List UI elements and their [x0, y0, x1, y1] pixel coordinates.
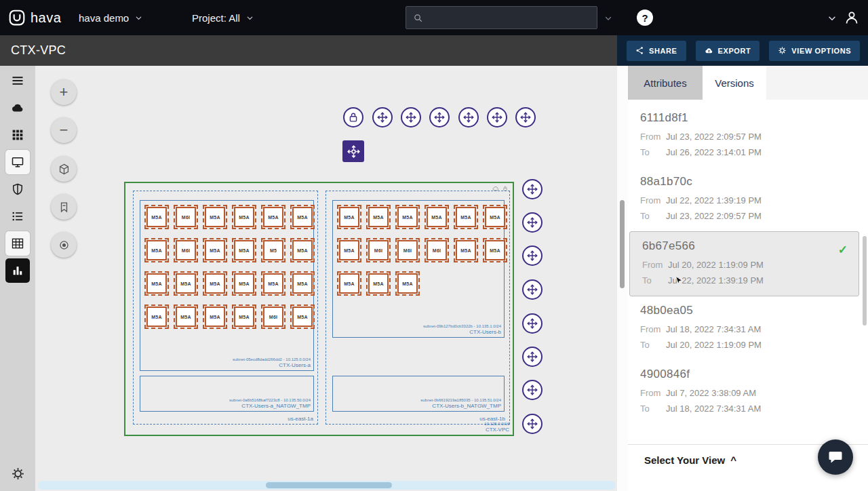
- sidebar-item-settings[interactable]: [5, 461, 30, 486]
- move-node-button[interactable]: [458, 107, 479, 127]
- instance-chip[interactable]: M5A: [292, 207, 313, 227]
- bookmark-button[interactable]: [51, 194, 77, 220]
- zoom-out-button[interactable]: −: [51, 117, 77, 143]
- instance-chip[interactable]: M5A: [456, 207, 476, 227]
- instance-chip[interactable]: M6I: [176, 240, 196, 260]
- instance-chip[interactable]: M5A: [234, 207, 254, 227]
- instance-chip[interactable]: M5A: [292, 307, 313, 327]
- instance-chip[interactable]: M5A: [292, 273, 313, 294]
- hava-logo[interactable]: hava: [8, 0, 61, 35]
- instance-chip[interactable]: M5A: [205, 273, 225, 294]
- zoom-in-button[interactable]: +: [51, 79, 77, 105]
- export-button[interactable]: EXPORT: [696, 41, 760, 61]
- subnet-ctx-users-b-natgw[interactable]: subnet-0b6619219a185035 - 10.135.51.0/24…: [332, 376, 505, 412]
- selected-resource-node[interactable]: [342, 140, 364, 162]
- diagram-canvas[interactable]: + − M5AM6IM5AM5AM5AM5AM5AM6IM5AM5AM5M5AM…: [35, 66, 617, 491]
- sidebar-item-bar-chart[interactable]: [5, 258, 30, 283]
- lock-node-button[interactable]: [343, 107, 363, 127]
- view-3d-button[interactable]: [51, 156, 77, 182]
- move-node-button[interactable]: [522, 414, 542, 434]
- instance-chip[interactable]: M6I: [176, 207, 196, 227]
- instance-chip[interactable]: M5A: [205, 207, 225, 227]
- sidebar-item-apps[interactable]: [5, 123, 30, 147]
- move-node-button[interactable]: [515, 107, 536, 127]
- instance-chip[interactable]: M5A: [234, 273, 254, 294]
- navbar-chevron-down-icon[interactable]: [827, 13, 837, 24]
- version-item[interactable]: 4900846fFromJul 7, 2022 3:38:09 AMToJul …: [628, 360, 868, 424]
- instance-chip[interactable]: M5A: [146, 273, 167, 294]
- availability-zone-a[interactable]: M5AM6IM5AM5AM5AM5AM5AM6IM5AM5AM5M5AM5AM5…: [133, 191, 318, 425]
- sidebar-item-cloud[interactable]: [5, 96, 30, 120]
- vertical-scroll-thumb[interactable]: [620, 200, 625, 288]
- instance-chip[interactable]: M5A: [146, 240, 167, 260]
- instance-chip[interactable]: M5A: [176, 273, 196, 294]
- instance-chip[interactable]: M5A: [263, 207, 283, 227]
- move-node-button[interactable]: [522, 347, 542, 367]
- canvas-vertical-scrollbar[interactable]: [617, 66, 628, 491]
- move-node-button[interactable]: [401, 107, 421, 127]
- version-item[interactable]: 6b67e566FromJul 20, 2022 1:19:09 PMToJul…: [629, 231, 859, 296]
- instance-chip[interactable]: M5A: [485, 240, 505, 260]
- move-node-button[interactable]: [522, 212, 542, 233]
- instance-chip[interactable]: M5A: [292, 240, 313, 260]
- instance-chip[interactable]: M6I: [427, 240, 447, 260]
- instance-chip[interactable]: M5A: [485, 207, 505, 227]
- instance-chip[interactable]: M5A: [339, 207, 359, 227]
- canvas-horizontal-scrollbar[interactable]: [38, 481, 616, 490]
- view-options-button[interactable]: VIEW OPTIONS: [769, 41, 860, 61]
- subnet-ctx-users-a[interactable]: M5AM6IM5AM5AM5AM5AM5AM6IM5AM5AM5M5AM5AM5…: [140, 200, 314, 371]
- move-node-button[interactable]: [487, 107, 507, 127]
- help-button[interactable]: ?: [637, 9, 653, 26]
- subnet-ctx-users-b[interactable]: M5AM5AM5AM5AM5AM5AM5AM6IM6IM6IM5AM5AM5AM…: [332, 200, 505, 338]
- instance-chip[interactable]: M6I: [263, 307, 283, 327]
- instance-chip[interactable]: M5A: [146, 307, 167, 327]
- vpc-box[interactable]: M5AM6IM5AM5AM5AM5AM5AM6IM5AM5AM5M5AM5AM5…: [124, 182, 514, 436]
- instance-chip[interactable]: M5A: [368, 273, 389, 294]
- move-node-button[interactable]: [429, 107, 450, 127]
- workspace-dropdown[interactable]: hava demo: [79, 0, 143, 35]
- instance-chip[interactable]: M5A: [263, 273, 283, 294]
- sidebar-item-monitor[interactable]: [5, 150, 30, 174]
- instance-chip[interactable]: M5A: [368, 207, 389, 227]
- project-dropdown[interactable]: Project: All: [192, 0, 254, 35]
- instance-chip[interactable]: M5A: [397, 273, 418, 294]
- tab-versions[interactable]: Versions: [703, 66, 766, 100]
- instance-chip[interactable]: M5A: [339, 273, 359, 294]
- availability-zone-b[interactable]: M5AM5AM5AM5AM5AM5AM5AM6IM6IM6IM5AM5AM5AM…: [326, 191, 510, 425]
- instance-chip[interactable]: M5A: [397, 207, 418, 227]
- instance-chip[interactable]: M5A: [205, 240, 225, 260]
- instance-chip[interactable]: M5: [263, 240, 283, 260]
- instance-chip[interactable]: M5A: [339, 240, 359, 260]
- horizontal-scroll-thumb[interactable]: [266, 482, 392, 488]
- search-box[interactable]: [406, 6, 597, 29]
- version-item[interactable]: 48b0ea05FromJul 18, 2022 7:34:31 AMToJul…: [628, 296, 868, 360]
- sidebar-item-table[interactable]: [5, 231, 30, 256]
- share-button[interactable]: SHARE: [627, 41, 686, 61]
- instance-chip[interactable]: M6I: [397, 240, 418, 260]
- move-node-button[interactable]: [522, 179, 542, 199]
- chat-widget-button[interactable]: [818, 439, 853, 475]
- instance-chip[interactable]: M5A: [456, 240, 476, 260]
- move-node-button[interactable]: [522, 313, 542, 334]
- panel-scrollbar[interactable]: [863, 236, 867, 326]
- tab-attributes[interactable]: Attributes: [628, 66, 703, 100]
- sidebar-item-list[interactable]: [5, 204, 30, 229]
- search-input[interactable]: [423, 12, 597, 23]
- version-item[interactable]: 6111d8f1FromJul 23, 2022 2:09:57 PMToJul…: [628, 104, 868, 168]
- version-item[interactable]: 88a1b70cFromJul 22, 2022 1:39:19 PMToJul…: [628, 168, 868, 231]
- subnet-ctx-users-a-natgw[interactable]: subnet-0a6b5168baf7223c8 - 10.135.50.0/2…: [140, 376, 314, 412]
- move-node-button[interactable]: [522, 380, 542, 400]
- instance-chip[interactable]: M5A: [234, 240, 254, 260]
- instance-chip[interactable]: M5A: [176, 307, 196, 327]
- search-dropdown-caret-icon[interactable]: [604, 14, 613, 23]
- instance-chip[interactable]: M6I: [368, 240, 389, 260]
- instance-chip[interactable]: M5A: [234, 307, 254, 327]
- instance-chip[interactable]: M5A: [427, 207, 447, 227]
- user-account-icon[interactable]: [844, 9, 860, 26]
- sidebar-item-menu[interactable]: [5, 68, 30, 93]
- instance-chip[interactable]: M5A: [205, 307, 225, 327]
- sidebar-item-shield[interactable]: [5, 177, 30, 201]
- move-node-button[interactable]: [522, 279, 542, 300]
- instance-chip[interactable]: M5A: [146, 207, 167, 227]
- move-node-button[interactable]: [372, 107, 393, 127]
